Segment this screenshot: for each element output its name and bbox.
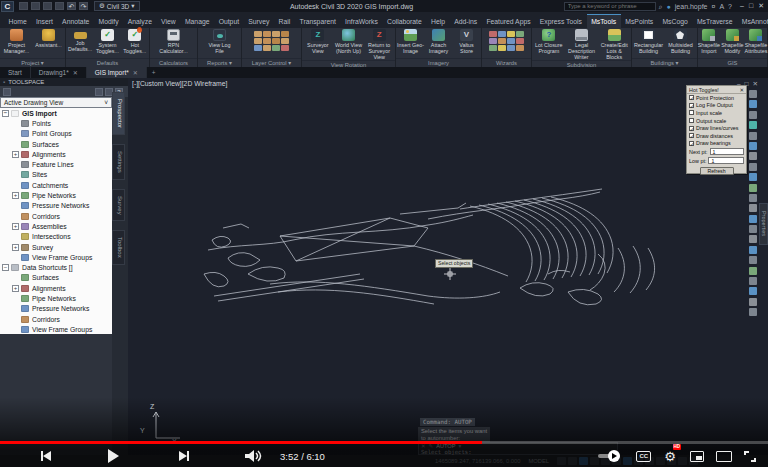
checked-checkbox-icon[interactable]: ✓ [689, 95, 694, 100]
ribbon-tab-output[interactable]: Output [214, 15, 244, 28]
properties-palette-tab[interactable]: Properties [759, 203, 768, 245]
ribbon-tab-mstraverse[interactable]: MsTraverse [692, 15, 737, 28]
project-manager-button[interactable]: Project Manager... [1, 29, 32, 54]
checked-checkbox-icon[interactable]: ✓ [689, 126, 694, 131]
shapefile-import-button[interactable]: Shapefile Import [698, 29, 720, 54]
toggle-draw-bearings[interactable]: ✓Draw bearings [687, 140, 746, 148]
tree-item-surfaces[interactable]: Surfaces [0, 139, 112, 149]
wizards-mini-button[interactable] [507, 38, 515, 44]
rectangular-building-button[interactable]: Rectangular Building [633, 29, 664, 54]
tree-item-gis-import[interactable]: −GIS Import [0, 108, 112, 118]
wizards-mini-button[interactable] [516, 45, 524, 51]
ribbon-tab-infraworks[interactable]: InfraWorks [341, 15, 383, 28]
world-view-north-up-button[interactable]: World View (North Up) [334, 29, 364, 54]
expand-icon[interactable]: + [12, 192, 19, 199]
previous-button[interactable] [38, 447, 54, 465]
side-tool-icon[interactable] [749, 256, 757, 264]
maximize-button[interactable]: □ [749, 2, 753, 10]
toolspace-titlebar[interactable]: ▪ TOOLSPACE [0, 78, 128, 86]
expand-icon[interactable]: + [12, 285, 19, 292]
toolspace-tab-toolbox[interactable]: Toolbox [112, 230, 125, 265]
captions-button[interactable]: CC [636, 451, 651, 462]
side-tool-icon[interactable] [749, 90, 757, 98]
expand-icon[interactable]: + [12, 151, 19, 158]
doc-tab-close-icon[interactable]: ✕ [133, 69, 138, 76]
layers-mini-button[interactable] [254, 38, 262, 44]
new-drawing-tab-button[interactable]: + [147, 67, 161, 78]
active-drawing-view-select[interactable]: Active Drawing View ˅ [0, 97, 112, 108]
ribbon-tab-mspoints[interactable]: MsPoints [621, 15, 658, 28]
tree-item-corridors[interactable]: Corridors [0, 211, 112, 221]
layers-mini-button[interactable] [281, 31, 289, 37]
tree-item-assemblies[interactable]: +Assemblies [0, 221, 112, 231]
play-button[interactable] [106, 447, 120, 465]
open-icon[interactable] [31, 2, 40, 10]
toolspace-tab-survey[interactable]: Survey [112, 189, 125, 222]
layers-mini-button[interactable] [272, 45, 280, 51]
panel-label-reports[interactable]: Reports ▾ [198, 58, 241, 67]
ribbon-tab-express-tools[interactable]: Express Tools [535, 15, 586, 28]
wizards-mini-button[interactable] [516, 38, 524, 44]
layers-mini-button[interactable] [263, 31, 271, 37]
wizards-mini-button[interactable] [507, 45, 515, 51]
tree-item-pipe-networks[interactable]: Pipe Networks [0, 293, 112, 303]
ribbon-tab-collaborate[interactable]: Collaborate [382, 15, 426, 28]
side-tool-icon[interactable] [749, 194, 757, 202]
lot-closure-program-button[interactable]: ?Lot Closure Program [533, 29, 565, 54]
wizards-mini-button[interactable] [489, 45, 497, 51]
view-log-file-button[interactable]: View Log File [204, 29, 236, 54]
panel-label-layer-control[interactable]: Layer Control ▾ [242, 58, 301, 67]
next-pt-input[interactable]: 1 [710, 148, 744, 155]
ribbon-tab-survey[interactable]: Survey [244, 15, 274, 28]
ribbon-tab-annotate[interactable]: Annotate [58, 15, 94, 28]
doc-tab-close-icon[interactable]: ✕ [73, 69, 78, 76]
help-icon[interactable]: ? [728, 2, 732, 11]
panel-label-buildings[interactable]: Buildings ▾ [632, 58, 697, 67]
toggle-draw-distances[interactable]: ✓Draw distances [687, 132, 746, 140]
collapse-icon[interactable]: − [2, 110, 9, 117]
tree-item-point-groups[interactable]: Point Groups [0, 129, 112, 139]
low-pt-input[interactable]: 1 [708, 157, 744, 164]
redo-icon[interactable]: ↷ [79, 2, 88, 10]
signed-in-user[interactable]: jean.hopfe [675, 2, 708, 11]
hot-toggles-titlebar[interactable]: Hot Toggles! ✕ [687, 86, 746, 94]
unchecked-checkbox-icon[interactable] [689, 110, 694, 115]
settings-gear-icon[interactable]: ⚙ HD [664, 447, 676, 465]
insert-geo-image-button[interactable]: Insert Geo-Image [397, 29, 424, 54]
side-tool-icon[interactable] [749, 142, 757, 150]
toggle-input-scale[interactable]: Input scale [687, 109, 746, 117]
ribbon-tab-help[interactable]: Help [426, 15, 449, 28]
hot-toggles-button[interactable]: ✓Hot Toggles... [122, 29, 148, 54]
refresh-button[interactable]: Refresh [700, 167, 734, 175]
tree-item-points[interactable]: Points [0, 118, 112, 128]
toggle-point-protection[interactable]: ✓Point Protection [687, 94, 746, 102]
side-tool-icon[interactable] [749, 215, 757, 223]
layers-mini-button[interactable] [254, 45, 262, 51]
ribbon-tab-manage[interactable]: Manage [180, 15, 214, 28]
tree-item-alignments[interactable]: +Alignments [0, 149, 112, 159]
wizards-mini-button[interactable] [507, 31, 515, 37]
plot-icon[interactable] [55, 2, 64, 10]
doc-tab-gis-import[interactable]: GIS Import*✕ [87, 67, 147, 78]
multisided-building-button[interactable]: Multisided Building [665, 29, 696, 54]
surveyor-view-button[interactable]: ZSurveyor View [303, 29, 333, 54]
checked-checkbox-icon[interactable]: ✓ [689, 133, 694, 138]
autodesk-a-menu-icon[interactable]: A [719, 2, 724, 11]
search-input[interactable] [564, 2, 656, 11]
tree-item-catchments[interactable]: Catchments [0, 180, 112, 190]
side-tool-icon[interactable] [749, 225, 757, 233]
toggle-output-scale[interactable]: Output scale [687, 117, 746, 125]
workspace-selector[interactable]: ⚙ Civil 3D ▾ [94, 1, 140, 11]
wizards-mini-button[interactable] [516, 31, 524, 37]
toggle-draw-lines-curves[interactable]: ✓Draw lines/curves [687, 124, 746, 132]
ribbon-tab-insert[interactable]: Insert [31, 15, 57, 28]
layers-mini-button[interactable] [263, 45, 271, 51]
tree-item-pressure-networks[interactable]: Pressure Networks [0, 304, 112, 314]
layers-mini-button[interactable] [281, 38, 289, 44]
side-tool-icon[interactable] [749, 111, 757, 119]
collapse-icon[interactable]: − [2, 264, 9, 271]
side-tool-icon[interactable] [749, 100, 757, 108]
assistant-button[interactable]: Assistant... [33, 29, 64, 48]
ribbon-tab-transparent[interactable]: Transparent [295, 15, 341, 28]
fullscreen-button[interactable] [744, 451, 756, 462]
